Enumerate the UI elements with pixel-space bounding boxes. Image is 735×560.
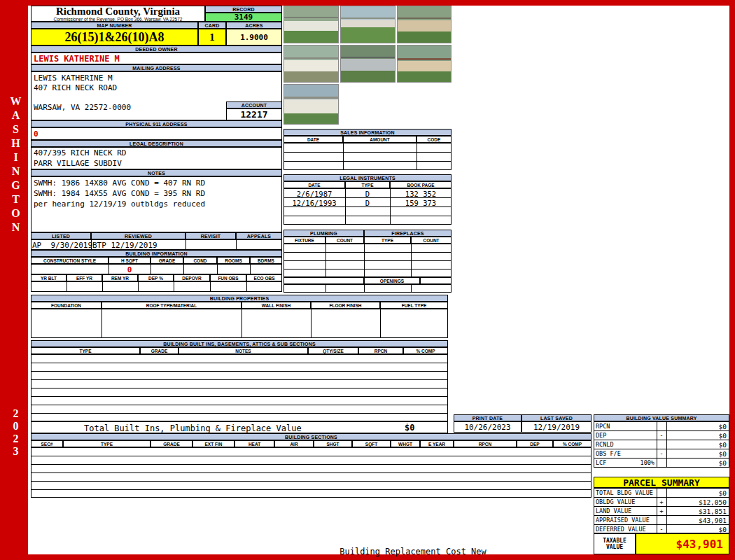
bvs-operator: -: [657, 432, 666, 439]
grade-header: GRADE: [150, 257, 183, 264]
building-value-summary-header: BUILDING VALUE SUMMARY: [594, 414, 729, 421]
divider: [250, 265, 251, 274]
sec-rpcn-header: RPCN: [454, 440, 517, 447]
divider: [666, 422, 667, 467]
bvs-label: OBS F/E: [596, 450, 621, 457]
building-sections-header: BUILDING SECTIONS: [31, 433, 592, 440]
notes-header: NOTES: [31, 169, 282, 176]
built-ins-comp-header: % COMP: [403, 347, 448, 354]
parcel-summary-header: PARCEL SUMMARY: [594, 477, 729, 488]
sales-date-header: DATE: [284, 136, 343, 143]
bvs-value: $0: [668, 432, 727, 440]
ps-value: $31,851: [668, 507, 727, 515]
sales-rows: [284, 143, 451, 170]
li-row-date: 2/6/1987: [284, 190, 345, 198]
li-row-bookpage: 132 352: [390, 190, 451, 198]
sales-amount-header: AMOUNT: [343, 136, 416, 143]
divider: [150, 265, 151, 274]
li-row-date: 12/16/1993: [284, 199, 345, 207]
note-line-2: SWMH: 1984 14X55 AVG COND = 395 RN RD: [34, 189, 205, 198]
floor-finish-header: FLOOR FINISH: [311, 302, 380, 309]
ps-label: APPRAISED VALUE: [596, 517, 650, 524]
sec-header: SEC#: [31, 440, 63, 447]
property-photo-3: [397, 6, 451, 43]
built-ins-notes-header: NOTES: [178, 347, 308, 354]
ps-label: LAND VALUE: [596, 507, 631, 514]
legal-description-line-2: PARR VILLAGE SUBDIV: [34, 159, 122, 168]
acres-value: 1.9000: [226, 29, 282, 46]
listed-value: AP 9/30/2019: [32, 241, 92, 250]
h-sqft-value: 0: [108, 265, 150, 274]
roof-type-header: ROOF TYPE/MATERIAL: [102, 302, 241, 309]
ps-value: $0: [668, 526, 727, 533]
bvs-value: $0: [668, 450, 727, 458]
li-row-bookpage: 159 373: [390, 199, 451, 207]
building-properties-body: [31, 309, 448, 338]
mailing-line-2: 407 RICH NECK ROAD: [34, 83, 117, 92]
legal-description-line-1: 407/395 RICH NECK RD: [34, 148, 126, 158]
wall-finish-header: WALL FINISH: [241, 302, 311, 309]
built-ins-header: BUILDING BUILT INS, BASEMENTS, ATTICS & …: [31, 340, 448, 347]
record-value: 3149: [205, 13, 282, 22]
fixture-count-header: COUNT: [326, 237, 364, 244]
plumbing-rows: [284, 244, 451, 277]
fixture-header: FIXTURE: [284, 237, 326, 244]
revisit-header: REVISIT: [186, 232, 236, 239]
note-line-3: per hearing 12/19/19 outbldgs reduced: [34, 200, 205, 209]
print-date-value: 10/26/2023: [454, 421, 522, 433]
divider: [364, 285, 365, 292]
ps-value: $43,901: [668, 517, 727, 524]
physical-911-value: 0: [31, 127, 282, 140]
acres-header: ACRES: [226, 22, 282, 29]
divider: [666, 489, 667, 533]
property-photo-4: [284, 45, 339, 83]
divider: [364, 244, 365, 276]
taxable-value-label: TAXABLE VALUE: [594, 533, 636, 554]
card-header: CARD: [198, 22, 226, 29]
fireplaces-header: FIREPLACES: [364, 230, 451, 237]
sec-eyear-header: E YEAR: [420, 440, 454, 447]
divider: [102, 309, 102, 337]
bvs-lcf-percent: 100%: [625, 459, 654, 466]
li-bookpage-header: BOOK PAGE: [390, 181, 451, 188]
fireplace-count-header: COUNT: [411, 237, 451, 244]
account-header: ACCOUNT: [226, 102, 282, 108]
plumbing-header: PLUMBING: [284, 230, 364, 237]
property-photo-2: [340, 6, 396, 43]
print-date-header: PRINT DATE: [454, 414, 522, 421]
depovr-header: DEPOVR: [174, 274, 210, 281]
mailing-line-1: LEWIS KATHERINE M: [34, 74, 113, 83]
dep-pct-header: DEP %: [138, 274, 174, 281]
ps-value: $12,050: [668, 498, 727, 506]
property-photo-7: [284, 84, 339, 125]
divider: [210, 282, 211, 291]
divider: [326, 285, 326, 292]
property-photo-6: [397, 45, 451, 83]
county-title: Richmond County, Virginia: [56, 6, 180, 17]
deeded-owner-value: LEWIS KATHERINE M: [31, 52, 282, 64]
yr-blt-header: YR BLT: [31, 274, 66, 281]
bvs-operator: -: [657, 450, 666, 457]
card-value: 1: [198, 29, 226, 46]
divider: [416, 144, 417, 169]
listed-header: LISTED: [31, 232, 91, 239]
built-ins-rpcn-header: RPCN: [358, 347, 403, 354]
deeded-owner-header: DEEDED OWNER: [31, 46, 282, 52]
openings-header: OPENINGS: [364, 277, 420, 284]
divider: [311, 309, 312, 337]
li-row-type: D: [345, 190, 390, 198]
bvs-label: RPCN: [596, 423, 610, 430]
divider: [246, 282, 247, 291]
openings-row-right-cell: [420, 277, 451, 284]
building-info-row-2: [31, 281, 282, 292]
ps-operator: -: [657, 526, 666, 533]
map-number-value: 26(15)1&26(10)A8: [31, 29, 198, 46]
building-info-row-1: [31, 264, 282, 274]
li-type-header: TYPE: [345, 181, 390, 188]
ps-label: DEFERRED VALUE: [596, 526, 646, 533]
h-sqft-header: H SQFT: [108, 257, 150, 264]
bvs-label: LCF: [596, 459, 606, 466]
divider: [217, 265, 218, 274]
last-saved-header: LAST SAVED: [522, 414, 592, 421]
property-record-card: WASHINGTON 2023 Richmond County, Virgini…: [0, 0, 735, 560]
